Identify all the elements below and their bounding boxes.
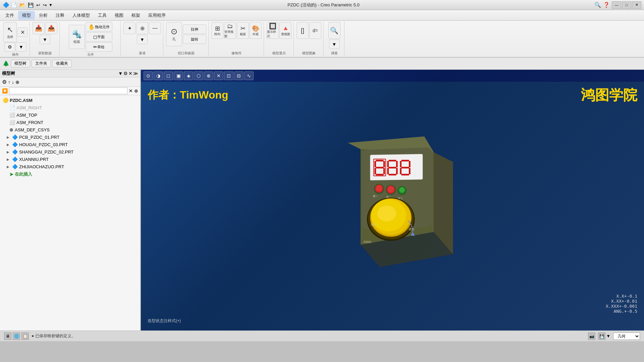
menu-item-view[interactable]: 视图: [111, 11, 127, 20]
ribbon-btn-more[interactable]: ▼: [16, 42, 26, 52]
minimize-button[interactable]: —: [612, 1, 621, 9]
close-button[interactable]: ✕: [632, 1, 641, 9]
ribbon-btn-delete[interactable]: ✕: [17, 27, 28, 37]
quick-access-toolbar: 🔷 📄 📂 💾 ↩ ↪ ▼: [3, 2, 53, 8]
view-btn-10[interactable]: ⊟: [234, 71, 244, 80]
view-btn-2[interactable]: ◑: [154, 71, 163, 80]
sidebar-tool-down[interactable]: ↓: [12, 79, 14, 85]
ribbon-btn-prop[interactable]: ⚙: [4, 42, 15, 52]
view-btn-7[interactable]: ⊕: [204, 71, 213, 80]
save-icon[interactable]: 💾: [27, 2, 35, 8]
menu-item-app[interactable]: 应用程序: [144, 11, 170, 20]
ribbon-btn-img1[interactable]: []: [297, 22, 309, 39]
pcb-expand-icon[interactable]: ▶: [7, 135, 11, 139]
menu-item-human[interactable]: 人体模型: [68, 11, 94, 20]
viewport[interactable]: ⊙ ◑ ◻ ▣ ◈ ⬡ ⊕ ✕ ⊡ ⊟ ∿ 作者：TimWong 鸿图学院: [141, 70, 644, 330]
help-icon[interactable]: ❓: [603, 2, 610, 8]
sidebar-tool-more[interactable]: ⊕: [15, 79, 19, 85]
geometry-dropdown[interactable]: 几何: [613, 333, 640, 340]
ribbon-btn-display-style[interactable]: 🔲 显示样式: [267, 22, 279, 39]
sidebar-tab-model-tree[interactable]: 模型树: [11, 60, 30, 67]
menu-item-model[interactable]: 模型: [18, 11, 35, 20]
ribbon-btn-datum3[interactable]: —: [149, 22, 161, 34]
tree-item-pcb[interactable]: ▶ 🔷 PCB_PZDC_01.PRT: [0, 133, 140, 141]
ribbon-btn-survey-drop[interactable]: ▼: [329, 40, 340, 49]
status-icon-3[interactable]: 📋: [21, 333, 29, 340]
svg-text:调小: 调小: [371, 223, 377, 226]
xuanniu-icon: 🔷: [12, 157, 18, 162]
menu-item-frame[interactable]: 框架: [127, 11, 144, 20]
tree-expand-icon[interactable]: ≫: [133, 71, 138, 76]
search-clear-icon[interactable]: ✕: [129, 88, 133, 94]
status-icon-2[interactable]: 🌐: [13, 333, 20, 340]
ribbon-btn-datum-drop[interactable]: ▼: [137, 35, 148, 44]
tree-settings-icon[interactable]: ⚙: [123, 71, 128, 76]
ribbon-btn-hole[interactable]: ⊙ 孔: [166, 22, 182, 46]
status-icon-1[interactable]: 🖥: [4, 333, 11, 340]
search-input[interactable]: [9, 87, 127, 94]
search-icon[interactable]: 🔍: [594, 2, 601, 8]
ribbon-btn-assemble[interactable]: 🔩 组装: [69, 25, 85, 49]
status-dropdown-arrow[interactable]: ▼: [606, 334, 610, 339]
tree-item-zhijiao[interactable]: ▶ 🔷 ZHIJIAOCHAZUO.PRT: [0, 163, 140, 170]
ribbon-btn-export[interactable]: 📤: [45, 22, 57, 34]
menu-item-annotation[interactable]: 注释: [52, 11, 68, 20]
new-icon[interactable]: 📄: [10, 2, 18, 8]
menu-item-analysis[interactable]: 分析: [35, 11, 52, 20]
tree-filter-icon[interactable]: ▼: [118, 71, 123, 76]
tree-close-icon[interactable]: ✕: [128, 71, 132, 76]
ribbon-btn-datum1[interactable]: ✦: [123, 22, 136, 34]
menu-item-file[interactable]: 文件: [1, 11, 18, 20]
tree-item-insert[interactable]: ➤ 在此插入: [0, 170, 140, 178]
ribbon-btn-sketch[interactable]: ✏ 草绘: [86, 42, 112, 52]
ribbon-btn-mgr-view[interactable]: 🗂 管理视图: [224, 22, 236, 39]
tree-item-asm-def[interactable]: ⊕ ASM_DEF_CSYS: [0, 126, 140, 133]
tree-item-shanggai[interactable]: ▶ 🔷 SHANGGAI_PZDC_02.PRT: [0, 148, 140, 156]
sidebar-tool-filter[interactable]: ⚙: [2, 79, 7, 85]
ribbon-btn-rotate[interactable]: 旋转: [183, 35, 206, 44]
tree-item-xuanniu[interactable]: ▶ 🔷 XUANNIU.PRT: [0, 156, 140, 163]
redo-icon[interactable]: ↪: [42, 2, 48, 8]
menu-item-tools[interactable]: 工具: [94, 11, 111, 20]
tree-item-hougai[interactable]: ▶ 🔷 HOUGAI_PZDC_03.PRT: [0, 141, 140, 148]
tree-item-root[interactable]: 🟡 PZDC.ASM: [0, 97, 140, 104]
ribbon-btn-img2[interactable]: d=: [309, 22, 321, 39]
maximize-button[interactable]: □: [622, 1, 631, 9]
tree-item-asm-right[interactable]: 📄 ASM_RIGHT: [0, 104, 140, 111]
view-btn-4[interactable]: ▣: [174, 71, 183, 80]
tree-item-asm-front[interactable]: ⬜ ASM_FRONT: [0, 119, 140, 126]
ribbon-btn-appearance[interactable]: 🎨 外观: [250, 22, 262, 39]
shanggai-expand-icon[interactable]: ▶: [7, 150, 11, 154]
ribbon-btn-extrude[interactable]: 拉伸: [183, 24, 206, 34]
ribbon-btn-perspective[interactable]: 🔺 透视图: [279, 22, 291, 39]
ribbon-btn-section[interactable]: ✂ 截面: [237, 22, 249, 39]
tree-item-asm-top[interactable]: ⬜ ASM_TOP: [0, 111, 140, 119]
view-btn-6[interactable]: ⬡: [194, 71, 203, 80]
view-btn-9[interactable]: ⊡: [224, 71, 233, 80]
ribbon-btn-drag[interactable]: ✋ 拖动元件: [86, 22, 112, 32]
view-btn-3[interactable]: ◻: [164, 71, 173, 80]
search-add-icon[interactable]: ⊕: [134, 88, 138, 94]
status-right-icon-1[interactable]: 📷: [588, 333, 595, 340]
undo-icon[interactable]: ↩: [35, 2, 41, 8]
status-right-icon-2[interactable]: 💾: [598, 333, 605, 340]
zhijiao-expand-icon[interactable]: ▶: [7, 165, 11, 169]
view-btn-8[interactable]: ✕: [214, 71, 223, 80]
sidebar-tab-favorites[interactable]: 收藏夹: [52, 60, 72, 67]
hougai-expand-icon[interactable]: ▶: [7, 143, 11, 146]
xuanniu-expand-icon[interactable]: ▶: [7, 158, 11, 161]
view-btn-1[interactable]: ⊙: [144, 71, 153, 80]
sidebar-tab-folder[interactable]: 文件夹: [32, 60, 51, 67]
ribbon-btn-datum2[interactable]: ⊕: [136, 22, 148, 34]
ribbon-btn-select[interactable]: ↖ 选择: [3, 22, 17, 42]
ribbon-btn-plane[interactable]: ◻ 平面: [86, 32, 112, 42]
ribbon-btn-more2[interactable]: ▼: [40, 35, 50, 44]
view-btn-5[interactable]: ◈: [184, 71, 193, 80]
sidebar-tool-up[interactable]: ↑: [8, 79, 10, 85]
toolbar-more-icon[interactable]: ▼: [49, 3, 53, 7]
ribbon-btn-survey[interactable]: 🔍: [328, 22, 340, 39]
ribbon-btn-array[interactable]: ⊞ 阵列: [211, 22, 223, 39]
open-icon[interactable]: 📂: [18, 2, 26, 8]
view-btn-11[interactable]: ∿: [244, 71, 254, 80]
ribbon-btn-import[interactable]: 📥: [33, 22, 45, 34]
